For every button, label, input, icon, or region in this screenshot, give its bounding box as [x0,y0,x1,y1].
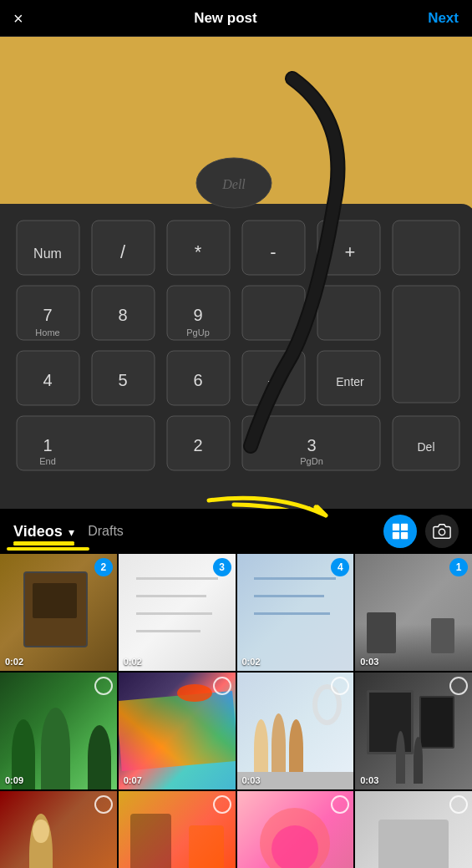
svg-text:Del: Del [417,440,434,454]
svg-text:Dell: Dell [221,177,246,191]
circle-7 [331,677,349,695]
duration-2: 0:02 [124,657,142,667]
controls-left: Videos ▾ Drafts [13,523,124,541]
video-item-8[interactable]: 0:03 [355,673,472,789]
svg-text:End: End [39,456,56,466]
header: × New post Next [0,0,472,37]
badge-1: 2 [94,558,113,576]
circle-9 [94,795,113,814]
svg-rect-51 [393,532,399,539]
controls-section: Videos ▾ Drafts [0,509,472,554]
circle-8 [449,677,468,695]
svg-text:9: 9 [193,306,202,324]
duration-1: 0:02 [5,657,23,667]
svg-text:Num: Num [33,246,62,261]
circle-6 [213,677,231,695]
svg-text:Home: Home [35,327,59,338]
video-item-12[interactable]: 0:08 [355,791,472,869]
svg-rect-52 [401,532,408,539]
controls-bar: Videos ▾ Drafts [0,509,472,554]
svg-text:8: 8 [118,306,127,324]
video-item-4[interactable]: 1 0:03 [355,554,472,671]
next-button[interactable]: Next [428,10,459,27]
duration-4: 0:03 [360,657,378,667]
circle-12 [449,795,468,814]
video-item-11[interactable]: 0:06 [237,791,354,869]
svg-text:Enter: Enter [336,375,364,388]
duration-3: 0:02 [242,657,261,667]
circle-10 [213,795,231,814]
svg-text:PgUp: PgUp [186,327,210,338]
svg-text:*: * [195,241,202,262]
badge-4: 1 [449,558,468,576]
svg-text:+: + [345,241,356,262]
svg-rect-8 [393,221,459,275]
svg-text:4: 4 [43,371,52,389]
svg-rect-49 [393,524,399,530]
svg-rect-50 [401,524,408,530]
video-item-9[interactable]: 0:05 [0,791,117,869]
duration-6: 0:07 [124,775,142,785]
svg-text:1: 1 [43,436,52,454]
svg-text:2: 2 [193,436,202,454]
svg-rect-20 [17,416,155,470]
svg-text:-: - [270,241,276,262]
drafts-label[interactable]: Drafts [88,524,124,539]
section-title: Videos [13,523,63,540]
svg-point-53 [439,529,444,535]
svg-text:6: 6 [193,371,202,389]
video-item-2[interactable]: 3 0:02 [119,554,236,671]
video-item-3[interactable]: 4 0:02 [237,554,354,671]
preview-container: Num / * - + 7 Home 8 9 PgUp 4 5 6 → Ente… [0,37,472,509]
section-underline [13,543,74,546]
svg-text:/: / [120,241,126,262]
svg-text:7: 7 [43,306,52,324]
svg-text:3: 3 [307,436,316,454]
badge-2: 3 [213,558,231,576]
svg-text:5: 5 [118,371,127,389]
video-item-5[interactable]: 0:09 [0,673,117,789]
camera-button[interactable] [425,515,459,548]
close-button[interactable]: × [13,10,23,27]
page-title: New post [194,10,257,27]
section-title-container[interactable]: Videos ▾ [13,523,74,541]
chevron-down-icon: ▾ [69,525,74,539]
duration-7: 0:03 [242,775,261,785]
duration-8: 0:03 [360,775,378,785]
circle-11 [331,795,349,814]
svg-rect-14 [393,286,459,403]
svg-text:PgDn: PgDn [300,456,323,466]
controls-right [383,515,459,548]
select-multiple-icon [391,522,409,541]
video-item-10[interactable]: 0:04 [119,791,236,869]
select-multiple-button[interactable] [383,515,417,548]
camera-icon [433,522,451,541]
duration-5: 0:09 [5,775,23,785]
video-item-7[interactable]: 0:03 [237,673,354,789]
video-grid: 2 0:02 3 0:02 4 0:02 [0,554,472,868]
circle-5 [94,677,113,695]
svg-rect-13 [317,286,380,340]
video-item-1[interactable]: 2 0:02 [0,554,117,671]
video-item-6[interactable]: 0:07 [119,673,236,789]
